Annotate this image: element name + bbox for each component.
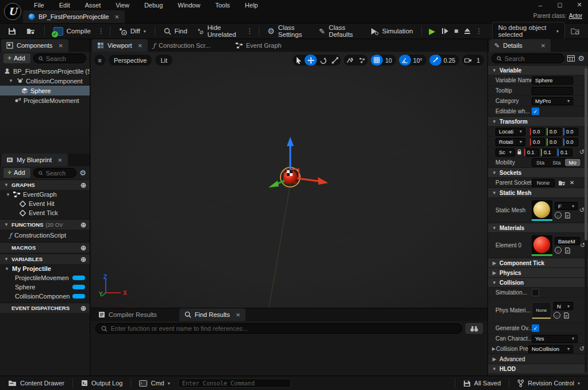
use-selected-asset-icon[interactable]: ←	[555, 212, 562, 219]
components-search[interactable]	[33, 53, 86, 63]
camera-speed-value[interactable]: 1	[474, 57, 484, 64]
location-z-field[interactable]: 0.0	[563, 128, 578, 136]
location-y-field[interactable]: 0.0	[547, 128, 562, 136]
diff-button[interactable]: Diff ▾	[114, 26, 151, 37]
debug-object-dropdown[interactable]: No debug object selected ▾	[492, 22, 565, 40]
section-graphs[interactable]: ▼ GRAPHS ⊕	[0, 179, 90, 190]
location-x-field[interactable]: 0.0	[530, 128, 545, 136]
stop-button[interactable]: ■	[452, 25, 460, 37]
play-options-icon[interactable]: ⋮	[474, 27, 483, 35]
browse-to-asset-icon[interactable]	[564, 247, 571, 254]
mobility-stationary-option[interactable]: Sta	[548, 159, 564, 166]
hide-unrelated-button[interactable]: Hide Unrelated	[193, 22, 244, 40]
surface-snap-icon[interactable]	[344, 55, 356, 66]
cmd-dropdown[interactable]: Cmd ▾	[136, 378, 173, 388]
menu-tools[interactable]: Tools	[207, 1, 237, 9]
find-results-input[interactable]	[111, 325, 456, 332]
tree-item-sphere[interactable]: Sphere	[0, 86, 90, 95]
find-results-search[interactable]	[95, 323, 462, 334]
browse-button[interactable]	[22, 25, 40, 37]
section-sockets[interactable]: ▼ Sockets	[488, 167, 588, 177]
details-search[interactable]	[491, 53, 564, 63]
console-command-input[interactable]	[182, 380, 287, 387]
browse-icon[interactable]	[558, 179, 566, 186]
grid-snap-value[interactable]: 10	[383, 57, 396, 64]
rotation-z-field[interactable]: 0.0	[563, 138, 578, 146]
eject-button[interactable]	[462, 26, 473, 36]
add-variable-icon[interactable]: ⊕	[80, 255, 86, 263]
rotation-dropdown[interactable]: Rotati ▾	[495, 138, 525, 146]
scale-tool-icon[interactable]	[329, 55, 341, 66]
add-event-dispatcher-icon[interactable]: ⊕	[80, 304, 86, 312]
grid-snap-icon[interactable]	[371, 55, 383, 66]
reset-icon[interactable]: ↺	[579, 345, 585, 353]
lock-icon[interactable]	[517, 149, 522, 155]
tab-my-blueprint[interactable]: My Blueprint ✕	[1, 154, 68, 166]
compile-options-icon[interactable]: ⋮	[97, 27, 106, 35]
chevron-right-icon[interactable]: ▶	[491, 346, 496, 351]
save-button[interactable]	[3, 25, 21, 37]
mobility-movable-option[interactable]: Mo	[565, 159, 581, 166]
add-component-button[interactable]: + Add	[3, 53, 30, 63]
section-materials[interactable]: ▼ Materials	[488, 223, 588, 232]
menu-asset[interactable]: Asset	[78, 1, 109, 9]
console-command-box[interactable]	[178, 378, 291, 388]
phys-material-dropdown[interactable]: N ▾	[554, 302, 573, 310]
menu-debug[interactable]: Debug	[137, 1, 170, 9]
section-physics[interactable]: ▶ Physics	[488, 267, 588, 277]
frame-skip-button[interactable]	[439, 26, 451, 36]
section-variables[interactable]: ▼ VARIABLES ⊕	[0, 254, 90, 264]
menu-file[interactable]: File	[26, 1, 52, 9]
details-scrollbar-thumb[interactable]	[585, 68, 587, 240]
browse-to-asset-icon[interactable]	[563, 312, 570, 319]
section-variable[interactable]: ▼ Variable	[488, 65, 588, 75]
close-icon[interactable]: ✕	[138, 43, 143, 49]
parent-class-link[interactable]: Actor	[569, 13, 582, 19]
close-icon[interactable]: ✕	[58, 43, 63, 49]
close-icon[interactable]: ✕	[57, 157, 62, 163]
phys-material-thumbnail[interactable]: None	[532, 302, 551, 319]
my-blueprint-settings-icon[interactable]: ⚙	[79, 169, 86, 177]
item-construction-script[interactable]: ƒ ConstructionScript	[0, 230, 90, 241]
add-blueprint-item-button[interactable]: + Add	[3, 168, 30, 178]
item-event-hit[interactable]: Event Hit	[0, 199, 90, 208]
section-transform[interactable]: ▼ Transform	[488, 116, 588, 126]
section-static-mesh[interactable]: ▼ Static Mesh	[488, 188, 588, 197]
rotation-snap-value[interactable]: 10°	[411, 57, 426, 64]
use-selected-asset-icon[interactable]: ←	[554, 312, 560, 319]
browse-to-asset-icon[interactable]	[564, 212, 571, 219]
category-dropdown[interactable]: MyPro ▾	[532, 97, 573, 105]
simulation-button[interactable]: Simulation	[366, 26, 418, 37]
move-tool-icon[interactable]	[305, 55, 317, 66]
content-drawer-button[interactable]: Content Drawer	[5, 378, 68, 388]
tab-compiler-results[interactable]: Compiler Results	[93, 308, 162, 321]
all-saved-button[interactable]: All Saved	[460, 378, 504, 388]
scale-snap-control[interactable]: 0.25	[429, 55, 459, 66]
menu-edit[interactable]: Edit	[52, 1, 78, 9]
rotation-x-field[interactable]: 0.0	[530, 138, 545, 146]
viewport-menu-icon[interactable]: ≡	[94, 55, 105, 66]
debug-filter-button[interactable]	[566, 25, 585, 37]
class-defaults-button[interactable]: ✎ Class Defaults	[314, 22, 364, 40]
compile-button[interactable]: Compile	[49, 25, 95, 37]
close-button[interactable]: ✕	[575, 1, 583, 9]
scale-x-field[interactable]: 0.1	[524, 148, 539, 156]
menu-view[interactable]: View	[108, 1, 137, 9]
editable-checkbox[interactable]: ✓	[532, 108, 539, 115]
item-event-tick[interactable]: Event Tick	[0, 208, 90, 217]
my-blueprint-search-input[interactable]	[45, 170, 71, 177]
add-function-icon[interactable]: ⊕	[80, 221, 86, 229]
tab-components[interactable]: Components ✕	[1, 39, 68, 52]
generate-overlap-checkbox[interactable]: ✓	[532, 324, 539, 332]
parent-socket-value[interactable]: None	[532, 179, 555, 187]
tab-find-results[interactable]: Find Results ✕	[179, 308, 246, 321]
variable-name-input[interactable]	[535, 77, 570, 83]
details-settings-icon[interactable]: ⚙	[578, 54, 585, 63]
static-mesh-thumbnail[interactable]	[532, 200, 552, 221]
tab-event-graph[interactable]: Event Graph	[230, 39, 287, 52]
chevron-down-icon[interactable]: ▼	[8, 78, 14, 83]
section-component-tick[interactable]: ▶ Component Tick	[488, 258, 588, 267]
scale-snap-value[interactable]: 0.25	[441, 57, 459, 64]
menu-window[interactable]: Window	[170, 1, 207, 9]
rotation-snap-control[interactable]: 10°	[399, 55, 426, 66]
